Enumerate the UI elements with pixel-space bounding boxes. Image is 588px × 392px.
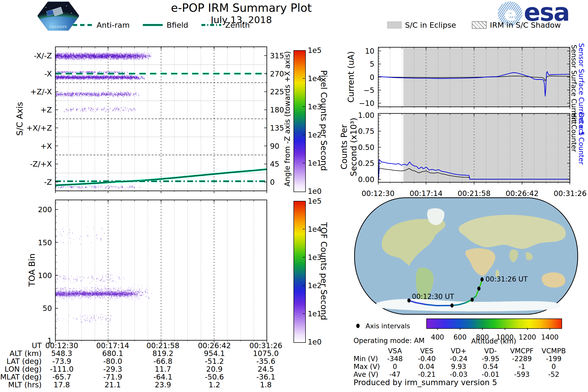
tick-label: 00:26:42 <box>506 189 539 198</box>
tick-label: 1e3 <box>308 102 322 111</box>
tick-label: 0.00 <box>358 175 374 184</box>
tick-label: 1400 <box>541 333 558 341</box>
ephemeris-cell: 00:12:30 <box>45 341 78 350</box>
voltage-cell: -1 <box>518 362 525 371</box>
tick-label: -Z/+X <box>30 160 52 168</box>
operating-mode-label: Operating mode: AM <box>354 337 424 345</box>
ephemeris-row-label: UT <box>32 341 42 350</box>
ephemeris-row-label: LON (deg) <box>5 365 42 374</box>
ephemeris-cell: -111.0 <box>50 365 74 374</box>
ground-track-map: 00:12:30 UT00:31:26 UT <box>354 197 578 315</box>
tick-label: 315 <box>270 51 284 60</box>
counts-ylabel: Counts Per Second (x10³) <box>339 118 358 176</box>
tick-label: 1e1 <box>308 159 322 167</box>
voltage-col-header: VES <box>420 347 434 355</box>
track-start-label: 00:12:30 UT <box>412 292 454 300</box>
legend-item-eclipse: S/C in Eclipse <box>387 20 456 30</box>
legend-item-anti-ram: Anti-ram <box>72 20 130 30</box>
tick-label: −10 <box>359 99 374 108</box>
dashdot-line-swatch-icon <box>201 23 222 27</box>
voltage-cell: -52 <box>548 370 559 378</box>
tick-label: 0.25 <box>358 159 374 168</box>
tof-colorbar <box>294 201 306 343</box>
axis-intervals-label: Axis intervals <box>366 322 410 330</box>
counts-plot <box>378 113 570 182</box>
voltage-col-header: VSA <box>388 347 402 355</box>
ephemeris-cell: -80.0 <box>103 357 122 366</box>
tick-label: 200 <box>38 205 52 214</box>
voltage-cell: -0.24 <box>450 355 468 363</box>
ephemeris-cell: 1075.0 <box>253 349 279 358</box>
ephemeris-cell: 1.8 <box>260 380 272 389</box>
tick-label: 5 <box>370 60 374 68</box>
tick-label: 1e5 <box>308 46 322 55</box>
legend-item-shadow: IRM in S/C Shadow <box>472 20 561 30</box>
ephemeris-cell: 23.9 <box>155 380 171 389</box>
tick-label: 1e1 <box>308 310 322 318</box>
voltage-cell: -0.21 <box>418 370 436 378</box>
tick-label: 1e4 <box>308 225 322 234</box>
ephemeris-cell: 954.1 <box>204 349 225 358</box>
tick-label: 225 <box>270 88 284 96</box>
voltage-col-header: VD- <box>484 347 497 355</box>
voltage-cell: 0 <box>393 362 397 371</box>
hit-counter-label: Hit Counter <box>570 113 578 152</box>
tick-label: 0.50 <box>358 143 374 152</box>
solid-line-swatch-icon <box>142 23 163 27</box>
tick-label: 1e0 <box>308 187 322 196</box>
axis-intervals-marker-icon <box>355 323 361 329</box>
voltage-cell: 9.93 <box>451 362 466 371</box>
esa-wordmark: esa <box>524 2 570 23</box>
eclipse-legend: S/C in Eclipse IRM in S/C Shadow <box>378 20 570 30</box>
voltage-cell: -0.01 <box>482 370 499 378</box>
sc-axis-plot <box>55 46 267 191</box>
ephemeris-cell: -71.9 <box>103 373 122 381</box>
ephemeris-cell: 17.8 <box>54 380 70 389</box>
voltage-row-label: Max (V) <box>354 362 380 371</box>
tick-label: 1e4 <box>308 74 322 83</box>
eclipse-swatch-icon <box>387 22 402 28</box>
voltage-cell: -47 <box>389 370 400 378</box>
tick-label: +Z/-X <box>30 87 52 96</box>
ephemeris-cell: 1.2 <box>208 380 220 389</box>
voltage-cell: -2289 <box>512 355 532 363</box>
tick-label: 50 <box>43 304 52 312</box>
tick-label: 135 <box>270 124 284 132</box>
ephemeris-cell: 20.9 <box>206 365 223 374</box>
tick-label: 400 <box>431 333 444 341</box>
ephemeris-cell: -35.6 <box>256 357 276 366</box>
tick-label: 180 <box>270 106 284 114</box>
angle-axis-label: Angle from -Z axis (towards +X axis) <box>283 51 292 187</box>
tick-label: 45 <box>270 160 279 168</box>
ephemeris-row-label: LAT (deg) <box>6 357 42 366</box>
legend-item-bfield: Bfield <box>142 20 188 30</box>
voltage-cell: 0 <box>552 362 556 371</box>
map-ocean <box>354 198 578 314</box>
voltage-cell: 0.54 <box>483 362 498 371</box>
ephemeris-cell: -29.3 <box>103 365 122 374</box>
ephemeris-row-label: ALT (km) <box>10 349 42 358</box>
tick-label: 90 <box>270 142 279 150</box>
tick-label: 1e0 <box>308 338 322 346</box>
tick-label: 0.75 <box>358 127 374 136</box>
ephemeris-row-label: MLAT (deg) <box>0 373 42 381</box>
ephemeris-cell: -64.1 <box>153 373 172 381</box>
tick-label: 800 <box>476 333 489 341</box>
tick-label: -X <box>44 69 52 78</box>
voltage-col-header: VCMPB <box>542 347 566 355</box>
voltage-cell: -199 <box>546 355 562 363</box>
ephemeris-cell: 00:17:14 <box>96 341 129 350</box>
ephemeris-cell: 819.2 <box>152 349 174 358</box>
tick-label: -Z <box>44 178 52 186</box>
sc-axis-ylabel: S/C Axis <box>15 102 24 136</box>
tick-label: +Z <box>40 105 52 114</box>
page-title: e-POP IRM Summary Plot <box>143 2 339 14</box>
toa-ylabel: TOA Bin <box>27 253 37 286</box>
eclipse-legend-label: S/C in Eclipse <box>405 20 456 30</box>
pixel-colorbar-label: Pixel Counts per Second <box>319 70 329 171</box>
voltage-cell: -593 <box>514 370 530 378</box>
ephemeris-cell: 680.1 <box>102 349 123 358</box>
voltage-col-header: VMCPF <box>510 347 534 355</box>
tick-label: 1e3 <box>308 253 322 262</box>
tof-colorbar-label: TOF Counts per Second <box>319 222 329 320</box>
